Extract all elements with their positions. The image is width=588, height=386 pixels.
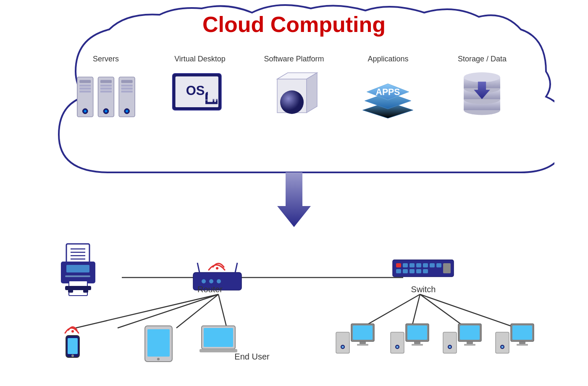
svg-line-55 (412, 294, 420, 328)
svg-rect-97 (410, 269, 415, 273)
svg-rect-69 (83, 289, 88, 293)
svg-text:APPS: APPS (376, 87, 400, 97)
svg-rect-111 (357, 344, 368, 346)
cloud-items-row: Servers (34, 55, 554, 124)
storage-data-item: Storage / Data (440, 55, 524, 124)
main-arrow (273, 172, 315, 229)
svg-rect-100 (436, 263, 441, 267)
svg-point-107 (342, 346, 344, 348)
svg-text:Switch: Switch (411, 285, 436, 294)
svg-point-84 (217, 279, 221, 283)
svg-rect-17 (121, 80, 133, 83)
svg-rect-128 (496, 332, 509, 353)
svg-point-82 (202, 279, 206, 283)
applications-label: Applications (368, 55, 408, 63)
svg-text:Router: Router (197, 285, 223, 294)
cloud-title: Cloud Computing (202, 12, 386, 37)
svg-rect-96 (403, 269, 408, 273)
svg-rect-68 (68, 289, 73, 293)
svg-rect-93 (423, 263, 428, 267)
svg-rect-118 (414, 341, 420, 344)
svg-rect-95 (396, 269, 401, 273)
svg-rect-99 (423, 269, 428, 273)
svg-rect-119 (412, 344, 423, 346)
svg-rect-133 (512, 325, 532, 340)
svg-point-70 (71, 330, 74, 333)
svg-rect-112 (391, 332, 404, 353)
svg-rect-4 (79, 90, 91, 93)
svg-rect-92 (416, 263, 421, 267)
svg-rect-135 (517, 344, 528, 346)
svg-rect-75 (147, 329, 170, 357)
svg-rect-110 (360, 341, 366, 344)
applications-icon: APPS (359, 69, 417, 124)
svg-line-57 (420, 294, 517, 328)
svg-rect-72 (68, 338, 78, 354)
svg-rect-117 (407, 325, 427, 340)
svg-rect-120 (443, 332, 457, 353)
svg-rect-104 (336, 332, 349, 353)
storage-data-label: Storage / Data (458, 55, 507, 63)
software-platform-item: Software Platform (252, 55, 336, 124)
svg-point-80 (216, 267, 218, 270)
svg-line-54 (361, 294, 420, 328)
svg-marker-47 (277, 172, 311, 227)
svg-rect-127 (464, 344, 475, 346)
svg-text:End User: End User (234, 352, 270, 361)
svg-rect-109 (353, 325, 373, 340)
svg-rect-134 (519, 341, 525, 344)
svg-rect-98 (416, 269, 421, 273)
svg-point-45 (464, 72, 500, 82)
software-platform-icon (265, 69, 323, 124)
svg-rect-12 (100, 90, 112, 93)
svg-rect-79 (200, 349, 237, 352)
svg-rect-18 (121, 85, 133, 87)
svg-rect-19 (121, 87, 133, 90)
svg-rect-65 (65, 275, 90, 277)
svg-line-50 (118, 294, 218, 328)
svg-point-131 (502, 346, 503, 348)
svg-line-52 (218, 294, 227, 328)
svg-line-56 (420, 294, 466, 328)
svg-line-85 (197, 263, 200, 272)
svg-rect-10 (100, 85, 112, 87)
virtual-desktop-icon: OS (171, 69, 229, 124)
svg-point-32 (280, 90, 304, 114)
svg-rect-3 (79, 87, 91, 90)
svg-rect-91 (410, 263, 415, 267)
svg-rect-90 (403, 263, 408, 267)
svg-rect-94 (430, 263, 435, 267)
svg-point-23 (126, 110, 128, 112)
svg-rect-126 (467, 341, 473, 344)
storage-data-icon (453, 69, 512, 124)
svg-rect-20 (121, 90, 133, 93)
svg-rect-11 (100, 87, 112, 90)
svg-rect-64 (66, 265, 89, 272)
svg-point-123 (449, 346, 451, 348)
svg-point-73 (71, 354, 74, 357)
servers-item: Servers (64, 55, 148, 124)
svg-rect-1 (79, 80, 91, 83)
svg-point-115 (397, 346, 398, 348)
svg-text:OS: OS (186, 83, 205, 98)
virtual-desktop-label: Virtual Desktop (174, 55, 226, 63)
servers-icon (76, 69, 135, 124)
svg-rect-58 (66, 244, 89, 263)
svg-point-15 (105, 110, 107, 112)
svg-rect-9 (100, 80, 112, 83)
software-platform-label: Software Platform (264, 55, 324, 63)
applications-item: Applications (346, 55, 430, 124)
svg-rect-125 (460, 325, 480, 340)
svg-rect-2 (79, 85, 91, 87)
virtual-desktop-item: Virtual Desktop OS (158, 55, 242, 124)
svg-rect-78 (204, 328, 233, 347)
svg-point-83 (209, 279, 213, 283)
svg-point-76 (157, 358, 160, 360)
svg-point-7 (84, 110, 86, 112)
servers-label: Servers (93, 55, 119, 63)
cloud-section: Cloud Computing Servers (34, 4, 554, 185)
svg-rect-101 (443, 263, 451, 273)
svg-line-86 (235, 263, 237, 272)
svg-marker-31 (307, 73, 317, 113)
svg-rect-89 (396, 263, 401, 267)
